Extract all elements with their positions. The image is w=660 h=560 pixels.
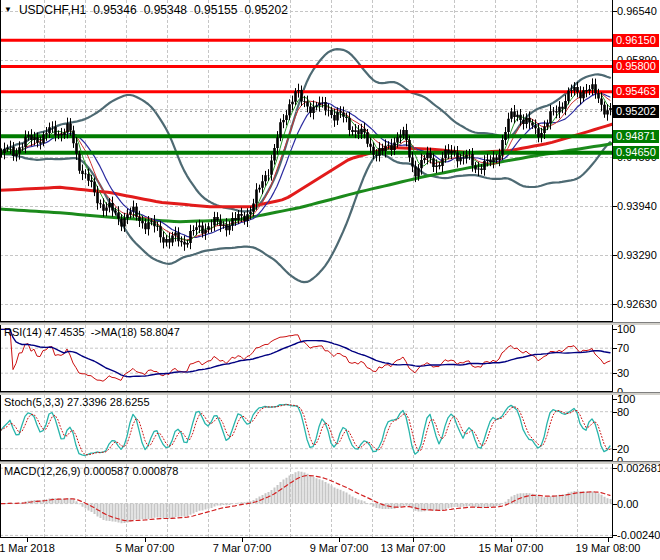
time-tick-label: 19 Mar 08:00 <box>576 542 641 554</box>
ohlc-open: 0.95346 <box>93 3 136 17</box>
main-chart-panel: ▼ USDCHF,H1 0.95346 0.95348 0.95155 0.95… <box>0 0 660 322</box>
time-tick-label: 13 Mar 07:00 <box>381 542 446 554</box>
symbol-label: USDCHF,H1 <box>19 3 86 17</box>
alligator-lines <box>1 90 610 241</box>
price-axis-line <box>612 0 613 538</box>
time-tick-label: 1 Mar 2018 <box>0 542 55 554</box>
candle-series <box>2 78 611 250</box>
time-tick-label: 7 Mar 07:00 <box>213 542 272 554</box>
chart-window: ▼ USDCHF,H1 0.95346 0.95348 0.95155 0.95… <box>0 0 660 560</box>
rsi-panel: RSI(14) 47.4535 ->MA(18) 58.8047 <box>0 325 660 392</box>
time-tick-label: 9 Mar 07:00 <box>310 542 369 554</box>
macd-panel: MACD(12,26,9) 0.000587 0.000878 <box>0 464 660 538</box>
grid-layer <box>0 0 613 322</box>
main-chart-canvas[interactable] <box>0 0 613 322</box>
symbol-dropdown-icon[interactable]: ▼ <box>4 4 12 16</box>
chart-title: ▼ USDCHF,H1 0.95346 0.95348 0.95155 0.95… <box>4 3 288 17</box>
macd-histogram <box>2 471 611 523</box>
time-tick-label: 5 Mar 07:00 <box>116 542 175 554</box>
time-tick-label: 15 Mar 07:00 <box>479 542 544 554</box>
ohlc-close: 0.95202 <box>244 3 287 17</box>
stochastic-label: Stoch(5,3,3) 27.3396 28.6255 <box>4 396 150 408</box>
ohlc-high: 0.95348 <box>144 3 187 17</box>
ohlc-low: 0.95155 <box>194 3 237 17</box>
panel-splitter[interactable] <box>0 392 660 395</box>
rsi-label: RSI(14) 47.4535 ->MA(18) 58.8047 <box>4 326 180 338</box>
macd-label: MACD(12,26,9) 0.000587 0.000878 <box>4 465 178 477</box>
stochastic-panel: Stoch(5,3,3) 27.3396 28.6255 <box>0 395 660 461</box>
panel-splitter[interactable] <box>0 322 660 325</box>
panel-splitter[interactable] <box>0 461 660 464</box>
